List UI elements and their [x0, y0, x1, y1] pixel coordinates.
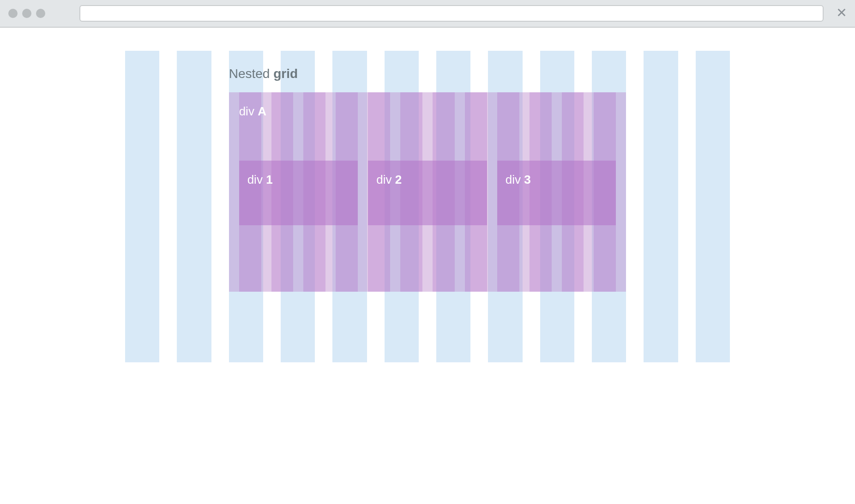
div-2: div 2	[368, 161, 487, 225]
div-3-bold: 3	[524, 173, 530, 186]
content-overlay: Nested grid div A	[125, 28, 730, 292]
div-a: div A div 1 div 2 div 3	[229, 92, 626, 292]
window-close-dot[interactable]	[8, 9, 18, 18]
div-a-label-prefix: div	[239, 104, 258, 118]
title-prefix: Nested	[229, 66, 274, 81]
div-a-label-bold: A	[258, 104, 266, 118]
page-title: Nested grid	[229, 66, 626, 81]
div-3-prefix: div	[506, 173, 524, 186]
page-title-cell: Nested grid	[229, 28, 626, 92]
url-bar[interactable]	[79, 5, 824, 22]
close-icon[interactable]	[837, 7, 847, 19]
title-bold: grid	[273, 66, 298, 81]
div-1: div 1	[239, 161, 358, 225]
window-controls	[8, 9, 45, 18]
div-1-prefix: div	[247, 173, 266, 186]
div-a-label: div A	[239, 104, 266, 119]
div-3: div 3	[497, 161, 616, 225]
inner-row: div 1 div 2 div 3	[229, 161, 626, 225]
nav-arrows	[58, 9, 66, 18]
div-2-bold: 2	[395, 173, 402, 186]
window-minimize-dot[interactable]	[22, 9, 31, 18]
div-1-bold: 1	[266, 173, 272, 186]
div-2-prefix: div	[376, 173, 395, 186]
browser-chrome	[0, 0, 855, 28]
window-maximize-dot[interactable]	[36, 9, 45, 18]
viewport: Nested grid div A	[0, 28, 855, 381]
